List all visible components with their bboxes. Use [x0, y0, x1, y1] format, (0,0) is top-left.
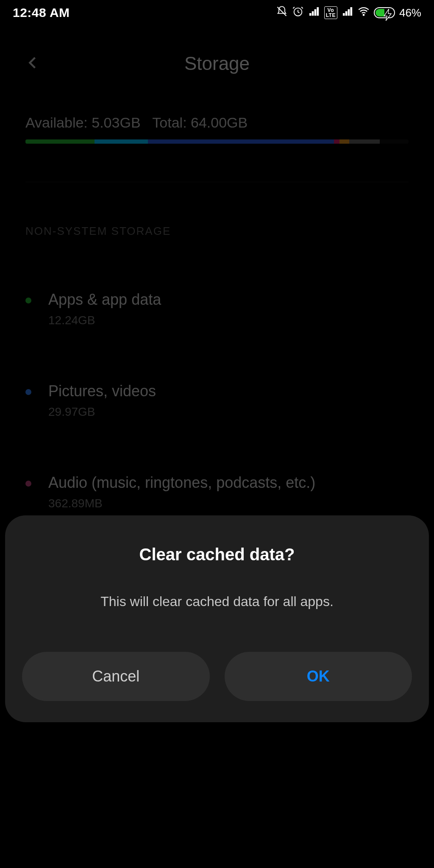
status-bar: 12:48 AM VoLTE 46% — [0, 0, 434, 25]
signal-1-icon — [308, 6, 320, 20]
cancel-button[interactable]: Cancel — [22, 652, 210, 701]
dialog-message: This will clear cached data for all apps… — [22, 594, 412, 609]
status-time: 12:48 AM — [13, 6, 70, 20]
dialog-buttons: Cancel OK — [22, 652, 412, 701]
battery-icon — [374, 7, 395, 18]
battery-percent: 46% — [399, 6, 421, 19]
alarm-icon — [292, 6, 304, 20]
svg-point-2 — [363, 14, 364, 16]
signal-2-icon — [342, 6, 353, 20]
dnd-icon — [276, 6, 288, 20]
volte-icon: VoLTE — [324, 6, 337, 19]
confirm-dialog: Clear cached data? This will clear cache… — [5, 515, 429, 722]
status-icons: VoLTE 46% — [276, 6, 421, 20]
wifi-icon — [358, 6, 370, 20]
dialog-title: Clear cached data? — [22, 545, 412, 564]
ok-button[interactable]: OK — [225, 652, 412, 701]
modal-dim-overlay — [0, 0, 434, 868]
